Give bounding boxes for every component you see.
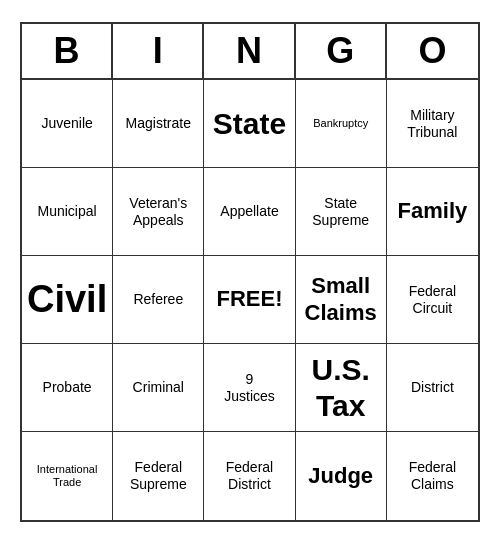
cell-text-13: SmallClaims (305, 273, 377, 326)
bingo-cell-12: FREE! (204, 256, 295, 344)
bingo-cell-15: Probate (22, 344, 113, 432)
bingo-cell-10: Civil (22, 256, 113, 344)
cell-text-12: FREE! (216, 286, 282, 312)
cell-text-19: District (411, 379, 454, 396)
bingo-cell-7: Appellate (204, 168, 295, 256)
cell-text-14: FederalCircuit (409, 283, 456, 317)
cell-text-3: Bankruptcy (313, 117, 368, 130)
bingo-cell-22: FederalDistrict (204, 432, 295, 520)
cell-text-8: StateSupreme (312, 195, 369, 229)
bingo-cell-20: InternationalTrade (22, 432, 113, 520)
cell-text-5: Municipal (38, 203, 97, 220)
cell-text-21: FederalSupreme (130, 459, 187, 493)
bingo-cell-24: FederalClaims (387, 432, 478, 520)
cell-text-20: InternationalTrade (37, 463, 98, 489)
bingo-cell-19: District (387, 344, 478, 432)
bingo-cell-13: SmallClaims (296, 256, 387, 344)
cell-text-0: Juvenile (41, 115, 92, 132)
bingo-cell-21: FederalSupreme (113, 432, 204, 520)
bingo-card: BINGO JuvenileMagistrateStateBankruptcyM… (20, 22, 480, 522)
cell-text-16: Criminal (133, 379, 184, 396)
bingo-cell-8: StateSupreme (296, 168, 387, 256)
cell-text-22: FederalDistrict (226, 459, 273, 493)
cell-text-24: FederalClaims (409, 459, 456, 493)
cell-text-11: Referee (133, 291, 183, 308)
header-letter-I: I (113, 24, 204, 78)
cell-text-2: State (213, 106, 286, 142)
bingo-cell-18: U.S.Tax (296, 344, 387, 432)
bingo-cell-16: Criminal (113, 344, 204, 432)
cell-text-4: MilitaryTribunal (407, 107, 457, 141)
bingo-header: BINGO (22, 24, 478, 80)
header-letter-G: G (296, 24, 387, 78)
header-letter-B: B (22, 24, 113, 78)
bingo-cell-11: Referee (113, 256, 204, 344)
cell-text-23: Judge (308, 463, 373, 489)
cell-text-9: Family (398, 198, 468, 224)
bingo-cell-6: Veteran'sAppeals (113, 168, 204, 256)
bingo-cell-23: Judge (296, 432, 387, 520)
cell-text-7: Appellate (220, 203, 278, 220)
bingo-body: JuvenileMagistrateStateBankruptcyMilitar… (22, 80, 478, 520)
cell-text-17: 9Justices (224, 371, 275, 405)
cell-text-18: U.S.Tax (312, 352, 370, 424)
bingo-cell-4: MilitaryTribunal (387, 80, 478, 168)
header-letter-O: O (387, 24, 478, 78)
bingo-cell-0: Juvenile (22, 80, 113, 168)
bingo-cell-9: Family (387, 168, 478, 256)
cell-text-15: Probate (43, 379, 92, 396)
header-letter-N: N (204, 24, 295, 78)
cell-text-10: Civil (27, 277, 107, 323)
bingo-cell-17: 9Justices (204, 344, 295, 432)
cell-text-1: Magistrate (126, 115, 191, 132)
bingo-cell-1: Magistrate (113, 80, 204, 168)
bingo-cell-14: FederalCircuit (387, 256, 478, 344)
bingo-cell-3: Bankruptcy (296, 80, 387, 168)
bingo-cell-5: Municipal (22, 168, 113, 256)
bingo-cell-2: State (204, 80, 295, 168)
cell-text-6: Veteran'sAppeals (129, 195, 187, 229)
